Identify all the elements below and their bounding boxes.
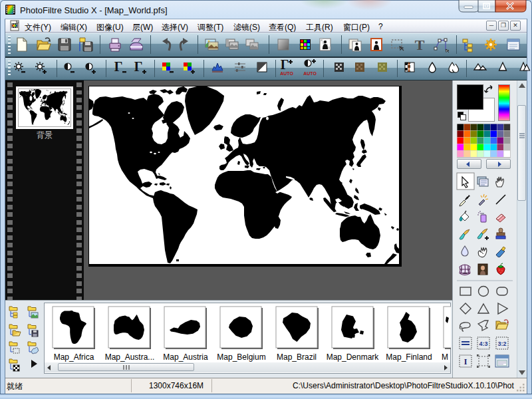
- svg-text:4:3: 4:3: [479, 340, 487, 347]
- svg-text:AUTO: AUTO: [280, 71, 293, 76]
- svg-text:I: I: [464, 357, 467, 366]
- svg-text:AUTO: AUTO: [303, 71, 317, 76]
- svg-text:3:2: 3:2: [497, 340, 506, 347]
